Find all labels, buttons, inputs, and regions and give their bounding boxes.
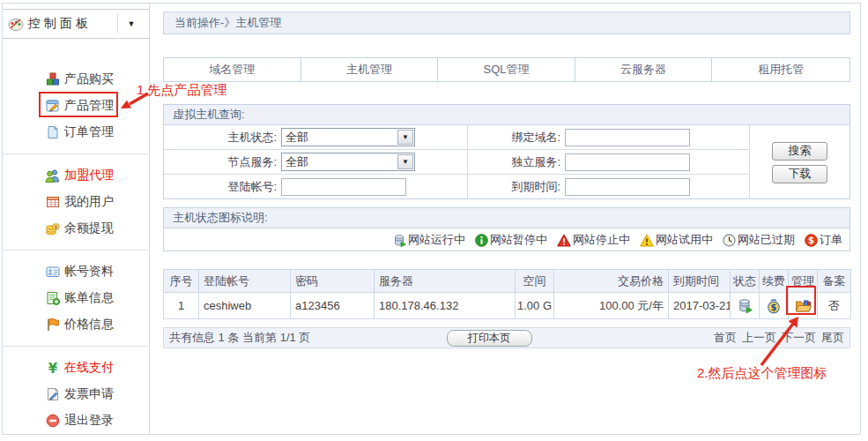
- sidebar-item-price-info[interactable]: 价格信息: [3, 311, 150, 338]
- sidebar-groups: 产品购买 产品管理 订单管理: [3, 39, 150, 441]
- legend-items: 网站运行中 网站暂停中 网站停止中 网站试用中 网站已过期 $ 订单: [164, 228, 849, 251]
- tab-host-manage[interactable]: 主机管理: [301, 58, 439, 81]
- cell-manage: [789, 293, 818, 319]
- svg-text:$: $: [808, 235, 814, 245]
- expire-time-label: 到期时间:: [468, 179, 565, 195]
- sidebar-item-product-buy[interactable]: 产品购买: [3, 66, 150, 93]
- sidebar-item-label: 价格信息: [64, 317, 114, 333]
- host-status-select[interactable]: 全部 ▼: [281, 128, 415, 146]
- sidebar-item-label: 我的用户: [64, 194, 114, 210]
- col-manage: 管理: [789, 270, 818, 293]
- online-pay-icon: ¥: [45, 361, 60, 376]
- host-status-value: 全部: [286, 130, 308, 146]
- chevron-down-icon[interactable]: ▼: [397, 130, 413, 145]
- site-running-icon: [393, 234, 406, 247]
- tab-domain-manage[interactable]: 域名管理: [164, 58, 301, 81]
- sidebar-item-product-manage[interactable]: 产品管理: [3, 93, 150, 119]
- chevron-down-icon[interactable]: ▼: [118, 19, 145, 28]
- legend-label: 网站已过期: [738, 232, 795, 248]
- sidebar-group-agency: 加盟代理 我的用户 ¥ 余额提现: [3, 153, 150, 250]
- col-space: 空间: [516, 270, 554, 293]
- cell-expire: 2017-03-21: [669, 293, 731, 319]
- logout-icon: [45, 414, 60, 429]
- tab-bar: 域名管理 主机管理 SQL管理 云服务器 租用托管: [163, 57, 850, 82]
- renew-money-icon[interactable]: $: [766, 298, 782, 314]
- cell-account: ceshiweb: [199, 293, 291, 319]
- field-host-status: 主机状态: 全部 ▼: [164, 125, 468, 150]
- sidebar-item-account-profile[interactable]: 帐号资料: [3, 258, 150, 285]
- expire-time-input[interactable]: [565, 178, 690, 196]
- col-price: 交易价格: [554, 270, 669, 293]
- field-node-service: 节点服务: 全部 ▼: [164, 150, 468, 175]
- site-expired-icon: [723, 234, 736, 247]
- sidebar-item-online-pay[interactable]: ¥ 在线支付: [3, 355, 150, 381]
- chevron-down-icon[interactable]: ▼: [397, 154, 413, 169]
- legend-site-running: 网站运行中: [393, 232, 465, 248]
- host-status-label: 主机状态:: [164, 130, 281, 146]
- sidebar-item-label: 余额提现: [64, 220, 114, 236]
- sidebar-group-products: 产品购买 产品管理 订单管理: [3, 58, 150, 153]
- pagination-bar: 共有信息 1 条 当前第 1/1 页 打印本页 首页 上一页 下一页 尾页: [163, 327, 850, 348]
- independent-service-input[interactable]: [565, 153, 690, 171]
- table-header-row: 序号 登陆帐号 密码 服务器 空间 交易价格 到期时间 状态 续费 管理 备案: [164, 270, 851, 293]
- query-panel-title: 虚拟主机查询:: [164, 105, 849, 125]
- cell-beian[interactable]: 否: [818, 293, 851, 319]
- cell-index: 1: [164, 293, 199, 319]
- sidebar-header-dropdown[interactable]: 控制面板 ▼: [3, 9, 150, 39]
- legend-site-trial: 网站试用中: [640, 232, 713, 248]
- cell-space: 1.00 G: [516, 293, 554, 319]
- pagination-prev[interactable]: 上一页: [742, 330, 776, 346]
- sidebar-item-label: 加盟代理: [64, 168, 114, 183]
- col-expire: 到期时间: [669, 270, 731, 293]
- product-buy-icon: [45, 72, 60, 87]
- sidebar-item-order-manage[interactable]: 订单管理: [3, 119, 150, 146]
- legend-order: $ 订单: [805, 232, 842, 248]
- sidebar-item-my-users[interactable]: 我的用户: [3, 189, 150, 215]
- col-beian: 备案: [818, 270, 851, 293]
- product-manage-icon: [45, 99, 60, 114]
- legend-label: 网站暂停中: [490, 232, 547, 248]
- node-service-select[interactable]: 全部 ▼: [281, 153, 415, 171]
- independent-service-label: 独立服务:: [468, 154, 565, 170]
- search-button[interactable]: 搜索: [772, 142, 827, 161]
- site-stopped-icon: [557, 234, 571, 247]
- palette-icon: [8, 16, 24, 32]
- sidebar-item-label: 退出登录: [64, 413, 114, 429]
- svg-text:¥: ¥: [55, 224, 58, 230]
- sidebar: 控制面板 ▼ 产品购买 产品管理: [3, 4, 150, 434]
- legend-label: 网站停止中: [573, 232, 630, 248]
- control-panel-page: 控制面板 ▼ 产品购买 产品管理: [0, 0, 868, 441]
- sidebar-item-withdraw[interactable]: ¥ 余额提现: [3, 215, 150, 242]
- svg-text:¥: ¥: [48, 361, 57, 375]
- cell-server: 180.178.46.132: [375, 293, 516, 319]
- tab-cloud-server[interactable]: 云服务器: [575, 58, 713, 81]
- sidebar-item-label: 发票申请: [64, 386, 114, 402]
- pagination-last[interactable]: 尾页: [821, 330, 844, 346]
- invoice-icon: [45, 387, 60, 402]
- col-server: 服务器: [375, 270, 516, 293]
- tab-rent-hosting[interactable]: 租用托管: [712, 58, 849, 81]
- site-running-icon[interactable]: [738, 298, 753, 313]
- sidebar-item-billing-info[interactable]: 账单信息: [3, 285, 150, 311]
- sidebar-item-agency[interactable]: 加盟代理: [3, 162, 150, 189]
- legend-label: 订单: [820, 232, 842, 248]
- account-profile-icon: [45, 265, 60, 280]
- bound-domain-input[interactable]: [565, 129, 690, 146]
- sidebar-item-logout[interactable]: 退出登录: [3, 407, 150, 434]
- pagination-first[interactable]: 首页: [714, 330, 737, 346]
- field-bound-domain: 绑定域名:: [468, 125, 750, 150]
- site-trial-icon: [640, 234, 654, 247]
- col-account: 登陆帐号: [199, 270, 291, 293]
- pagination-next[interactable]: 下一页: [782, 330, 816, 346]
- tab-sql-manage[interactable]: SQL管理: [438, 58, 575, 81]
- login-account-input[interactable]: [281, 178, 406, 196]
- manage-folder-icon[interactable]: [795, 298, 812, 314]
- legend-label: 网站试用中: [656, 232, 713, 248]
- sidebar-item-invoice[interactable]: 发票申请: [3, 381, 150, 407]
- field-expire-time: 到期时间:: [468, 175, 750, 199]
- download-button[interactable]: 下载: [772, 165, 827, 183]
- order-dollar-icon: $: [805, 234, 818, 247]
- print-page-button[interactable]: 打印本页: [447, 330, 532, 347]
- sidebar-item-label: 产品购买: [64, 71, 114, 87]
- cell-status: [731, 293, 760, 319]
